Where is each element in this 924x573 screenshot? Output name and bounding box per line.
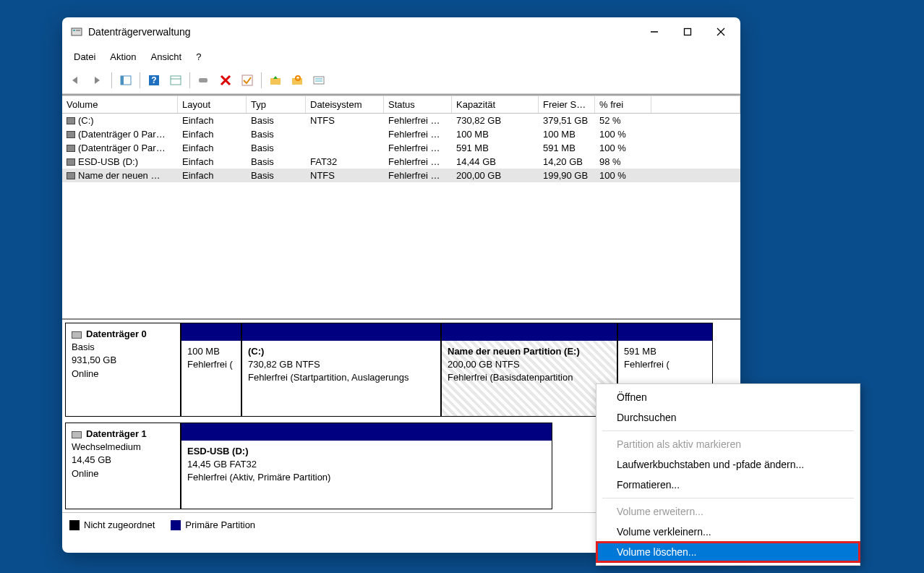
delete-icon[interactable]	[216, 71, 235, 90]
minimize-button[interactable]	[638, 17, 671, 46]
partition[interactable]: (C:)730,82 GB NTFSFehlerfrei (Startparti…	[241, 323, 441, 417]
menu-file[interactable]: Datei	[67, 49, 103, 64]
folder-up-icon[interactable]	[266, 71, 285, 90]
volume-row[interactable]: Name der neuen …EinfachBasisNTFSFehlerfr…	[62, 169, 740, 182]
ctx-mark-active: Partition als aktiv markieren	[596, 434, 860, 454]
svg-rect-11	[171, 76, 181, 85]
ctx-extend: Volume erweitern...	[596, 501, 860, 522]
disk0-info[interactable]: Datenträger 0 Basis 931,50 GB Online	[65, 323, 181, 417]
col-status[interactable]: Status	[384, 96, 452, 113]
window-title: Datenträgerverwaltung	[88, 26, 638, 38]
disk1-type: Wechselmedium	[72, 441, 174, 454]
close-button[interactable]	[704, 17, 737, 46]
volume-row[interactable]: (Datenträger 0 Par…EinfachBasisFehlerfre…	[62, 141, 740, 155]
maximize-button[interactable]	[671, 17, 704, 46]
menu-help[interactable]: ?	[189, 49, 208, 64]
svg-rect-4	[685, 29, 691, 35]
nav-back-button[interactable]	[67, 71, 85, 90]
disk0-state: Online	[72, 368, 174, 381]
svg-rect-8	[121, 76, 124, 85]
folder-key-icon[interactable]	[288, 71, 307, 90]
legend-unallocated: Nicht zugeordnet	[69, 519, 155, 531]
col-spacer	[651, 96, 740, 113]
svg-rect-0	[72, 28, 82, 35]
svg-rect-20	[314, 77, 324, 84]
disk-icon	[72, 331, 82, 339]
disk0-name: Datenträger 0	[86, 328, 147, 339]
volume-list-body[interactable]: (C:)EinfachBasisNTFSFehlerfrei …730,82 G…	[62, 114, 740, 318]
partition[interactable]: 100 MBFehlerfrei (	[181, 323, 241, 417]
ctx-delete-volume[interactable]: Volume löschen...	[596, 542, 860, 562]
col-filesystem[interactable]: Dateisystem	[306, 96, 384, 113]
volume-row[interactable]: (C:)EinfachBasisNTFSFehlerfrei …730,82 G…	[62, 114, 740, 127]
ctx-change-letter[interactable]: Laufwerkbuchstaben und -pfade ändern...	[596, 454, 860, 475]
disk1-name: Datenträger 1	[86, 428, 147, 439]
ctx-format[interactable]: Formatieren...	[596, 475, 860, 495]
list-icon[interactable]	[309, 71, 328, 90]
ctx-shrink[interactable]: Volume verkleinern...	[596, 522, 860, 542]
svg-rect-17	[270, 78, 281, 85]
menubar: Datei Aktion Ansicht ?	[62, 46, 740, 67]
menu-action[interactable]: Aktion	[103, 49, 143, 64]
volume-list-header: Volume Layout Typ Dateisystem Status Kap…	[62, 96, 740, 114]
col-layout[interactable]: Layout	[178, 96, 247, 113]
volume-list: Volume Layout Typ Dateisystem Status Kap…	[62, 94, 740, 318]
disk1-info[interactable]: Datenträger 1 Wechselmedium 14,45 GB Onl…	[65, 423, 181, 509]
titlebar: Datenträgerverwaltung	[62, 17, 740, 46]
svg-text:?: ?	[151, 75, 156, 85]
svg-rect-18	[292, 78, 302, 85]
check-icon[interactable]	[238, 71, 257, 90]
col-free[interactable]: Freier S…	[539, 96, 595, 113]
ctx-open[interactable]: Öffnen	[596, 387, 860, 407]
toolbar: ?	[62, 67, 740, 94]
disk-icon	[72, 431, 82, 438]
connect-icon[interactable]	[194, 71, 213, 90]
disk0-type: Basis	[72, 341, 174, 354]
svg-rect-1	[73, 30, 75, 31]
svg-rect-13	[199, 78, 208, 82]
legend-primary: Primäre Partition	[171, 519, 255, 531]
volume-row[interactable]: ESD-USB (D:)EinfachBasisFAT32Fehlerfrei …	[62, 155, 740, 169]
disk1-state: Online	[72, 467, 174, 480]
app-icon	[71, 26, 82, 38]
partition[interactable]: Name der neuen Partition (E:)200,00 GB N…	[441, 323, 617, 417]
nav-forward-button[interactable]	[88, 71, 107, 90]
col-capacity[interactable]: Kapazität	[452, 96, 539, 113]
disk0-size: 931,50 GB	[72, 354, 174, 367]
context-menu: Öffnen Durchsuchen Partition als aktiv m…	[596, 383, 860, 566]
col-pctfree[interactable]: % frei	[595, 96, 651, 113]
help-icon[interactable]: ?	[145, 71, 163, 90]
col-volume[interactable]: Volume	[62, 96, 178, 113]
ctx-browse[interactable]: Durchsuchen	[596, 407, 860, 428]
settings-icon[interactable]	[166, 71, 185, 90]
svg-rect-2	[76, 30, 80, 31]
show-hide-button[interactable]	[116, 71, 135, 90]
partition[interactable]: ESD-USB (D:)14,45 GB FAT32Fehlerfrei (Ak…	[181, 423, 552, 509]
menu-view[interactable]: Ansicht	[144, 49, 189, 64]
volume-row[interactable]: (Datenträger 0 Par…EinfachBasisFehlerfre…	[62, 127, 740, 141]
disk1-size: 14,45 GB	[72, 454, 174, 467]
col-type[interactable]: Typ	[247, 96, 306, 113]
